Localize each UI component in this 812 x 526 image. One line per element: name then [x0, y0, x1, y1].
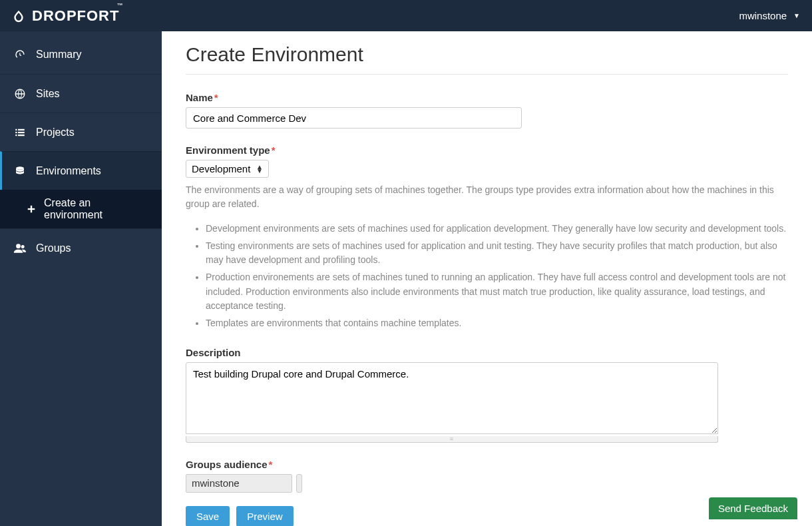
- resize-handle[interactable]: ≡: [186, 436, 718, 443]
- env-type-select-input[interactable]: Development: [192, 163, 263, 174]
- env-type-bullets: Development environments are sets of mac…: [206, 222, 788, 331]
- sidebar-item-groups[interactable]: Groups: [0, 228, 162, 267]
- svg-rect-8: [28, 208, 35, 210]
- description-label: Description: [186, 347, 788, 358]
- sidebar-item-label: Groups: [36, 242, 71, 254]
- globe-icon: [13, 88, 27, 100]
- svg-rect-3: [18, 131, 25, 132]
- field-name: Name*: [186, 92, 788, 129]
- description-textarea[interactable]: [186, 362, 718, 434]
- sidebar-item-environments[interactable]: Environments: [0, 151, 162, 190]
- field-env-type: Environment type* Development ▲▼ The env…: [186, 144, 788, 331]
- bullet-item: Development environments are sets of mac…: [206, 222, 788, 236]
- sidebar-item-sites[interactable]: Sites: [0, 74, 162, 113]
- preview-button[interactable]: Preview: [236, 506, 293, 526]
- save-button[interactable]: Save: [186, 506, 230, 526]
- list-icon: [13, 127, 27, 138]
- page-title: Create Environment: [186, 43, 788, 75]
- stack-icon: [13, 165, 27, 177]
- users-icon: [13, 242, 27, 254]
- env-type-label: Environment type*: [186, 144, 788, 156]
- groups-scrollbar[interactable]: [296, 474, 302, 493]
- logo-icon: [12, 8, 25, 24]
- dashboard-icon: [13, 49, 27, 61]
- field-groups: Groups audience* mwinstone: [186, 459, 788, 493]
- main-content: Create Environment Name* Environment typ…: [162, 31, 812, 526]
- name-input[interactable]: [186, 107, 522, 129]
- sidebar-sub-create-environment[interactable]: Create an environment: [0, 190, 162, 228]
- bullet-item: Testing environments are sets of machine…: [206, 239, 788, 268]
- bullet-item: Production environements are sets of mac…: [206, 270, 788, 314]
- field-description: Description ≡: [186, 347, 788, 443]
- sidebar-item-projects[interactable]: Projects: [0, 113, 162, 151]
- sidebar-item-label: Sites: [36, 88, 60, 100]
- top-bar: DROPFORT™ mwinstone ▼: [0, 0, 812, 31]
- sidebar-item-label: Projects: [36, 127, 75, 138]
- caret-down-icon: ▼: [793, 12, 800, 19]
- sidebar: Summary Sites Projects Environments Crea…: [0, 31, 162, 526]
- sidebar-item-summary[interactable]: Summary: [0, 35, 162, 74]
- sidebar-item-label: Summary: [36, 49, 81, 61]
- svg-point-9: [16, 244, 21, 248]
- groups-selected-value: mwinstone: [192, 477, 240, 489]
- name-label: Name*: [186, 92, 788, 103]
- bullet-item: Templates are environments that contains…: [206, 316, 788, 331]
- groups-select[interactable]: mwinstone: [186, 474, 292, 493]
- brand[interactable]: DROPFORT™: [12, 7, 126, 25]
- groups-label: Groups audience*: [186, 459, 788, 470]
- user-name: mwinstone: [739, 10, 787, 21]
- send-feedback-button[interactable]: Send Feedback: [709, 497, 797, 519]
- svg-rect-4: [15, 134, 17, 136]
- user-menu[interactable]: mwinstone ▼: [739, 10, 800, 21]
- sidebar-item-label: Environments: [36, 165, 101, 177]
- env-type-help: The environments are a way of grouping s…: [186, 183, 788, 211]
- svg-rect-2: [15, 131, 17, 132]
- svg-rect-0: [15, 129, 17, 130]
- svg-point-6: [16, 166, 24, 170]
- sidebar-sub-label: Create an environment: [44, 197, 148, 221]
- svg-rect-5: [18, 134, 25, 136]
- svg-point-10: [21, 245, 25, 248]
- brand-name: DROPFORT™: [32, 7, 126, 25]
- plus-icon: [27, 204, 36, 214]
- action-row: Save Preview: [186, 506, 788, 526]
- env-type-select[interactable]: Development ▲▼: [186, 160, 269, 178]
- svg-rect-1: [18, 129, 25, 130]
